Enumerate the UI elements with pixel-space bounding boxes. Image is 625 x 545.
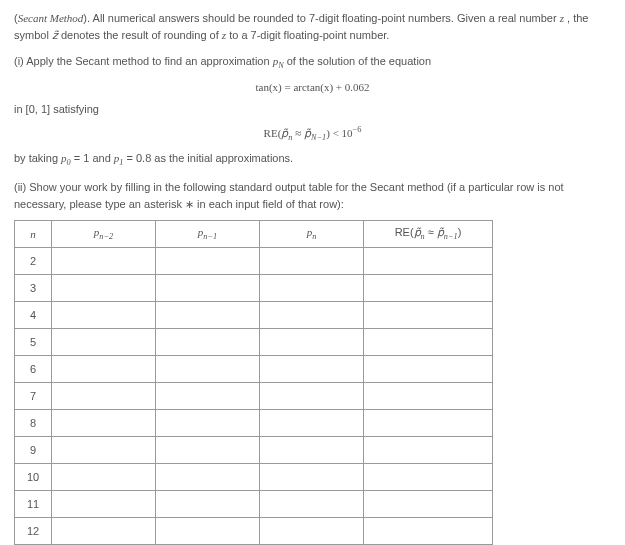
- n-cell: 12: [15, 517, 52, 544]
- input-pn1[interactable]: [156, 411, 259, 435]
- input-pn2[interactable]: [52, 438, 155, 462]
- n-cell: 11: [15, 490, 52, 517]
- interval-text: in [0, 1] satisfying: [14, 103, 99, 115]
- input-pn2[interactable]: [52, 492, 155, 516]
- initial-approx: by taking p0 = 1 and p1 = 0.8 as the ini…: [14, 150, 611, 170]
- input-pn2[interactable]: [52, 249, 155, 273]
- n-cell: 8: [15, 409, 52, 436]
- table-row: 6: [15, 355, 493, 382]
- intro-body-4: to a 7-digit floating-point number.: [229, 29, 389, 41]
- input-pn[interactable]: [260, 276, 363, 300]
- input-pn[interactable]: [260, 519, 363, 543]
- input-re[interactable]: [364, 519, 492, 543]
- intro-paragraph: (Secant Method). All numerical answers s…: [14, 10, 611, 43]
- input-pn[interactable]: [260, 303, 363, 327]
- criterion-equation: RE(p̃n ≈ p̃N−1) < 10−6: [14, 125, 611, 142]
- symbol-pN: pN: [273, 55, 284, 67]
- table-row: 5: [15, 328, 493, 355]
- input-pn2[interactable]: [52, 276, 155, 300]
- input-pn1[interactable]: [156, 249, 259, 273]
- intro-body-3: denotes the result of rounding of: [61, 29, 222, 41]
- table-header-row: n pn−2 pn−1 pn RE(p̃n ≈ p̃n−1): [15, 221, 493, 247]
- input-pn2[interactable]: [52, 519, 155, 543]
- table-row: 2: [15, 247, 493, 274]
- header-pn: pn: [260, 221, 364, 247]
- input-re[interactable]: [364, 492, 492, 516]
- initial-text: by taking p0 = 1 and p1 = 0.8 as the ini…: [14, 152, 293, 164]
- input-pn[interactable]: [260, 249, 363, 273]
- equation-main: tan(x) = arctan(x) + 0.062: [14, 81, 611, 93]
- input-pn2[interactable]: [52, 357, 155, 381]
- part-i-text-1: (i) Apply the Secant method to find an a…: [14, 55, 273, 67]
- input-pn1[interactable]: [156, 465, 259, 489]
- input-pn2[interactable]: [52, 384, 155, 408]
- table-row: 11: [15, 490, 493, 517]
- input-pn1[interactable]: [156, 384, 259, 408]
- input-pn1[interactable]: [156, 330, 259, 354]
- table-row: 12: [15, 517, 493, 544]
- symbol-z: z: [560, 12, 564, 24]
- n-cell: 7: [15, 382, 52, 409]
- table-row: 9: [15, 436, 493, 463]
- intro-body-1: All numerical answers should be rounded …: [93, 12, 560, 24]
- secant-table: n pn−2 pn−1 pn RE(p̃n ≈ p̃n−1) 2 3 4 5 6…: [14, 220, 493, 544]
- input-pn[interactable]: [260, 384, 363, 408]
- input-pn1[interactable]: [156, 519, 259, 543]
- intro-title: (Secant Method).: [14, 12, 90, 24]
- input-re[interactable]: [364, 411, 492, 435]
- input-pn1[interactable]: [156, 438, 259, 462]
- input-pn[interactable]: [260, 492, 363, 516]
- input-pn[interactable]: [260, 465, 363, 489]
- header-pn2: pn−2: [52, 221, 156, 247]
- table-body: 2 3 4 5 6 7 8 9 10 11 12: [15, 247, 493, 544]
- input-re[interactable]: [364, 330, 492, 354]
- input-re[interactable]: [364, 465, 492, 489]
- input-pn[interactable]: [260, 411, 363, 435]
- table-row: 8: [15, 409, 493, 436]
- symbol-z-2: z: [222, 29, 226, 41]
- n-cell: 6: [15, 355, 52, 382]
- input-re[interactable]: [364, 303, 492, 327]
- table-row: 10: [15, 463, 493, 490]
- table-row: 4: [15, 301, 493, 328]
- part-i-lead: (i) Apply the Secant method to find an a…: [14, 53, 611, 73]
- n-cell: 2: [15, 247, 52, 274]
- part-ii-text: (ii) Show your work by filling in the fo…: [14, 179, 611, 212]
- input-pn2[interactable]: [52, 330, 155, 354]
- input-pn2[interactable]: [52, 465, 155, 489]
- n-cell: 3: [15, 274, 52, 301]
- input-re[interactable]: [364, 438, 492, 462]
- input-pn[interactable]: [260, 330, 363, 354]
- header-pn1: pn−1: [156, 221, 260, 247]
- input-re[interactable]: [364, 357, 492, 381]
- n-cell: 4: [15, 301, 52, 328]
- input-pn1[interactable]: [156, 303, 259, 327]
- equation-text: tan(x) = arctan(x) + 0.062: [255, 81, 369, 93]
- input-pn1[interactable]: [156, 276, 259, 300]
- n-cell: 9: [15, 436, 52, 463]
- input-pn[interactable]: [260, 357, 363, 381]
- input-re[interactable]: [364, 276, 492, 300]
- input-pn1[interactable]: [156, 357, 259, 381]
- input-pn1[interactable]: [156, 492, 259, 516]
- header-n: n: [15, 221, 52, 247]
- n-cell: 5: [15, 328, 52, 355]
- symbol-z-tilde: z̃: [52, 29, 58, 41]
- header-re: RE(p̃n ≈ p̃n−1): [364, 221, 493, 247]
- input-re[interactable]: [364, 384, 492, 408]
- input-re[interactable]: [364, 249, 492, 273]
- interval-line: in [0, 1] satisfying: [14, 101, 611, 118]
- part-i-text-2: of the solution of the equation: [287, 55, 431, 67]
- n-cell: 10: [15, 463, 52, 490]
- table-row: 3: [15, 274, 493, 301]
- input-pn[interactable]: [260, 438, 363, 462]
- table-row: 7: [15, 382, 493, 409]
- criterion-text: RE(p̃n ≈ p̃N−1) < 10−6: [264, 127, 362, 139]
- input-pn2[interactable]: [52, 303, 155, 327]
- input-pn2[interactable]: [52, 411, 155, 435]
